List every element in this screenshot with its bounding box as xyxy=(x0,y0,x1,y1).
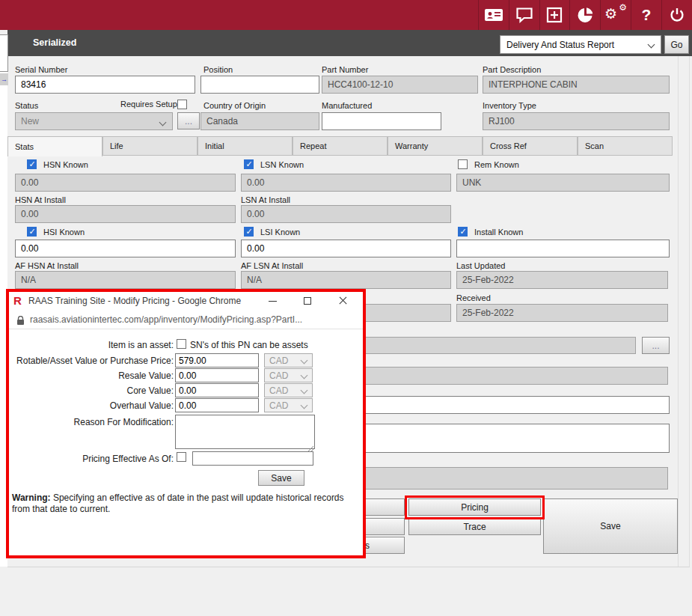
core-value-input[interactable] xyxy=(175,383,259,397)
left-panel-edge xyxy=(0,34,8,72)
core-value-label: Core Value: xyxy=(9,385,174,396)
serial-number-label: Serial Number xyxy=(15,65,67,74)
rem-value-field: UNK xyxy=(456,174,670,192)
inventory-type-field: RJ100 xyxy=(483,112,670,130)
panel-expand-toggle[interactable]: → xyxy=(0,73,8,85)
chevron-down-icon xyxy=(159,119,167,126)
app-window: ⚙ ⚙ ? Serialized Delivery And Status Rep… xyxy=(0,0,692,616)
logout-button[interactable] xyxy=(661,0,692,30)
pricing-effective-checkbox[interactable] xyxy=(177,452,186,462)
contacts-button[interactable] xyxy=(478,0,509,30)
status-ellipsis-button[interactable]: ... xyxy=(177,112,200,129)
maximize-icon xyxy=(304,297,311,305)
warning-bold: Warning: xyxy=(12,493,51,503)
position-label: Position xyxy=(203,65,233,74)
report-dropdown-value: Delivery And Status Report xyxy=(506,40,614,50)
serial-number-input[interactable] xyxy=(15,76,195,94)
install-known-label: Install Known xyxy=(474,228,523,237)
pricing-button[interactable]: Pricing xyxy=(408,498,541,516)
panel-bottom-edge xyxy=(7,567,690,567)
status-select: New xyxy=(15,112,173,130)
chevron-down-icon xyxy=(301,402,308,409)
af-lsn-at-install-label: AF LSN At Install xyxy=(241,261,303,270)
popup-save-button[interactable]: Save xyxy=(258,470,304,486)
hsn-known-checkbox[interactable] xyxy=(27,159,37,169)
tab-life[interactable]: Life xyxy=(102,136,198,156)
power-icon xyxy=(669,7,685,23)
lsn-at-install-label: LSN At Install xyxy=(241,195,290,204)
rem-known-checkbox[interactable] xyxy=(458,159,468,169)
currency-value: CAD xyxy=(269,370,288,381)
hsn-at-install-label: HSN At Install xyxy=(15,195,66,204)
tab-cross-ref[interactable]: Cross Ref xyxy=(483,136,578,156)
purchase-price-input[interactable] xyxy=(175,353,259,368)
last-updated-field: 25-Feb-2022 xyxy=(456,271,668,289)
warning-body: Specifying an effective as of date in th… xyxy=(12,493,344,514)
position-input[interactable] xyxy=(200,76,319,94)
tab-initial[interactable]: Initial xyxy=(198,136,293,156)
chevron-down-icon xyxy=(301,372,308,379)
close-button[interactable] xyxy=(331,292,355,310)
item-is-asset-checkbox[interactable] xyxy=(177,339,186,349)
tab-warranty[interactable]: Warranty xyxy=(388,136,483,156)
purchase-price-label: Rotable/Asset Value or Purchase Price: xyxy=(9,356,174,366)
purchase-price-currency-select: CAD xyxy=(264,353,313,368)
messages-button[interactable] xyxy=(509,0,539,30)
raas-logo-icon: R xyxy=(13,294,22,307)
reports-button[interactable] xyxy=(569,0,600,30)
save-button[interactable]: Save xyxy=(543,498,678,554)
chevron-down-icon xyxy=(648,41,655,49)
trace-button[interactable]: Trace xyxy=(408,518,541,535)
lsi-known-checkbox[interactable] xyxy=(244,227,254,237)
tab-stats[interactable]: Stats xyxy=(7,136,102,156)
row-ellipsis-button[interactable]: ... xyxy=(642,337,670,354)
hsn-value-field: 0.00 xyxy=(15,174,236,192)
rem-known-label: Rem Known xyxy=(474,160,519,169)
install-value-input[interactable] xyxy=(456,240,670,257)
status-label: Status xyxy=(15,101,38,110)
go-button[interactable]: Go xyxy=(664,35,689,54)
hsi-known-label: HSI Known xyxy=(43,228,85,237)
pricing-effective-label: Pricing Effective As Of: xyxy=(9,454,174,464)
requires-setup-label: Requires Setup xyxy=(120,100,177,109)
tab-repeat[interactable]: Repeat xyxy=(293,136,388,156)
install-known-checkbox[interactable] xyxy=(458,227,468,237)
settings-button[interactable]: ⚙ ⚙ xyxy=(600,0,631,30)
last-updated-label: Last Updated xyxy=(456,261,505,270)
settings-gears-icon: ⚙ ⚙ xyxy=(606,5,625,25)
part-number-field: HCC4100-12-10 xyxy=(322,76,478,94)
manufactured-input[interactable] xyxy=(322,112,441,130)
part-description-label: Part Description xyxy=(483,65,541,74)
received-field: 25-Feb-2022 xyxy=(456,304,668,322)
add-new-button[interactable] xyxy=(539,0,570,30)
lsi-value-input[interactable] xyxy=(241,240,451,257)
chevron-down-icon xyxy=(301,357,308,365)
reason-for-modification-textarea[interactable] xyxy=(175,415,315,449)
popup-window-title: RAAS Training Site - Modify Pricing - Go… xyxy=(28,296,241,306)
report-dropdown[interactable]: Delivery And Status Report xyxy=(500,35,661,54)
part-description-field: INTERPHONE CABIN xyxy=(483,76,670,94)
lsn-value-field: 0.00 xyxy=(241,174,451,192)
part-number-label: Part Number xyxy=(322,65,368,74)
minimize-button[interactable] xyxy=(260,292,284,310)
tab-scan[interactable]: Scan xyxy=(578,136,673,156)
minimize-icon xyxy=(269,301,277,302)
hsi-known-checkbox[interactable] xyxy=(27,227,37,237)
resale-value-input[interactable] xyxy=(175,368,259,382)
af-lsn-at-install-field: N/A xyxy=(241,271,451,289)
chat-bubble-icon xyxy=(515,7,533,23)
lock-icon[interactable] xyxy=(16,315,25,329)
popup-url: raasais.aviationintertec.com/app/invento… xyxy=(30,314,302,325)
lsn-known-checkbox[interactable] xyxy=(244,159,254,169)
manufactured-label: Manufactured xyxy=(322,101,372,110)
resale-value-label: Resale Value: xyxy=(9,370,174,381)
panel-right-edge xyxy=(678,56,679,567)
help-button[interactable]: ? xyxy=(631,0,661,30)
resale-currency-select: CAD xyxy=(264,368,313,382)
popup-title-bar[interactable]: R RAAS Training Site - Modify Pricing - … xyxy=(9,292,363,310)
hsi-value-input[interactable] xyxy=(15,240,236,257)
overhaul-value-input[interactable] xyxy=(175,398,259,412)
pricing-effective-date-input[interactable] xyxy=(192,451,313,466)
maximize-button[interactable] xyxy=(296,292,319,310)
requires-setup-checkbox[interactable] xyxy=(177,100,187,109)
